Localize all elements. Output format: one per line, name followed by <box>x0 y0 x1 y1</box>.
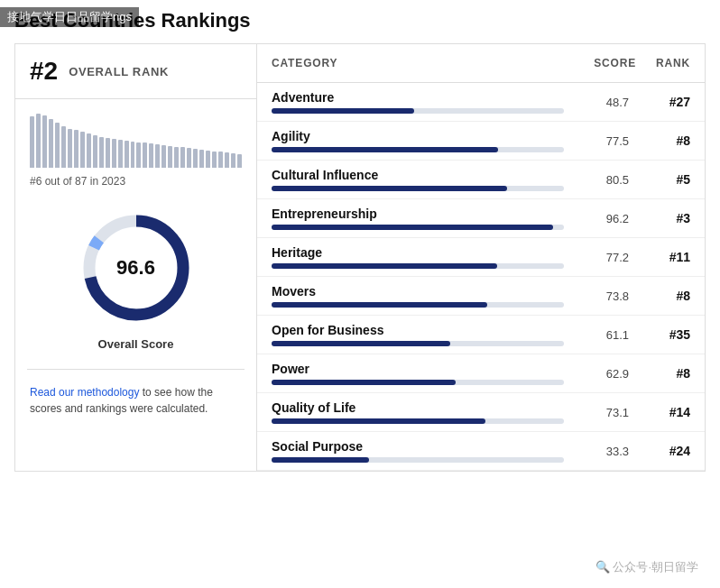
bar-fill <box>272 418 485 424</box>
divider <box>27 369 244 370</box>
category-name: Power <box>272 362 564 376</box>
category-cell: Entrepreneurship <box>272 207 564 230</box>
header-category: CATEGORY <box>272 57 564 69</box>
score-value: 33.3 <box>564 445 636 458</box>
mini-bar-item <box>231 153 235 168</box>
mini-bar-item <box>225 152 229 168</box>
bar-fill <box>272 341 450 346</box>
mini-bar-item <box>149 143 153 168</box>
mini-bar-item <box>36 114 41 168</box>
mini-bar-item <box>30 116 34 168</box>
mini-bar-item <box>218 152 223 168</box>
category-cell: Movers <box>272 284 564 308</box>
table-row: Entrepreneurship96.2#3 <box>257 199 705 238</box>
mini-bar-item <box>187 148 191 168</box>
category-name: Cultural Influence <box>272 168 564 182</box>
mini-bar-item <box>155 144 160 168</box>
mini-bar-item <box>74 130 78 168</box>
rank-value: #5 <box>636 172 690 187</box>
rank-value: #3 <box>636 211 690 225</box>
bar-track <box>272 263 564 269</box>
table-row: Power62.9#8 <box>257 354 705 393</box>
mini-bar-item <box>162 145 166 168</box>
methodology-text: Read our methodology to see how the scor… <box>15 377 256 417</box>
left-panel: #2 OVERALL RANK #6 out of 87 in 2023 96.… <box>15 44 257 471</box>
category-name: Agility <box>272 129 564 143</box>
bar-fill <box>272 186 507 191</box>
category-rows: Adventure48.7#27Agility77.5#8Cultural In… <box>257 83 705 471</box>
watermark-icon: 🔍 <box>595 560 610 574</box>
rank-header: #2 OVERALL RANK <box>15 44 256 99</box>
header-rank: RANK <box>636 57 690 69</box>
watermark-text: 公众号·朝日留学 <box>613 560 698 574</box>
mini-bar-item <box>180 147 185 168</box>
category-name: Adventure <box>272 90 564 105</box>
mini-bar-item <box>118 140 123 168</box>
mini-bar-item <box>131 142 135 168</box>
category-name: Quality of Life <box>272 400 564 415</box>
bar-track <box>272 225 564 230</box>
donut-center-value: 96.6 <box>116 256 155 280</box>
category-cell: Adventure <box>272 90 564 114</box>
mini-bar-item <box>168 146 172 168</box>
score-value: 73.1 <box>564 406 636 419</box>
score-value: 62.9 <box>564 367 636 381</box>
table-row: Social Purpose33.3#24 <box>257 432 705 471</box>
bar-track <box>272 147 564 152</box>
mini-bar-item <box>212 152 217 168</box>
mini-bar-item <box>42 115 47 168</box>
category-cell: Cultural Influence <box>272 168 564 191</box>
mini-bar-item <box>99 137 104 168</box>
mini-bar-item <box>193 149 198 168</box>
category-cell: Heritage <box>272 245 564 269</box>
category-cell: Power <box>272 362 564 385</box>
score-value: 48.7 <box>564 96 636 109</box>
mini-bar-item <box>136 142 141 168</box>
bar-fill <box>272 380 456 385</box>
table-row: Quality of Life73.1#14 <box>257 393 705 432</box>
rank-value: #11 <box>636 250 690 264</box>
mini-bar-item <box>237 154 242 168</box>
mini-bar-item <box>174 147 179 168</box>
rank-sub: #6 out of 87 in 2023 <box>15 171 256 198</box>
mini-bar-item <box>93 135 97 168</box>
mini-bar-item <box>61 126 66 168</box>
bar-fill <box>272 457 369 463</box>
header-score: SCORE <box>564 57 636 69</box>
mini-bar-item <box>199 150 204 168</box>
methodology-link[interactable]: Read our methodology <box>30 386 139 399</box>
mini-bar-item <box>206 151 210 168</box>
rank-value: #8 <box>636 366 690 381</box>
bar-track <box>272 418 564 424</box>
mini-bar-item <box>143 142 147 168</box>
bar-fill <box>272 302 487 308</box>
bar-track <box>272 302 564 308</box>
mini-bar-item <box>80 132 85 168</box>
mini-bar-item <box>68 129 72 168</box>
rank-value: #8 <box>636 289 690 303</box>
mini-bar-item <box>106 138 110 168</box>
overall-score-label: Overall Score <box>98 337 174 351</box>
bar-track <box>272 457 564 463</box>
rank-value: #8 <box>636 133 690 148</box>
category-name: Movers <box>272 284 564 299</box>
category-cell: Social Purpose <box>272 439 564 463</box>
bar-track <box>272 380 564 385</box>
rank-value: #27 <box>636 95 690 109</box>
watermark: 🔍 公众号·朝日留学 <box>595 559 698 575</box>
rank-number: #2 <box>30 57 58 86</box>
table-row: Cultural Influence80.5#5 <box>257 161 705 199</box>
bar-track <box>272 108 564 114</box>
rank-value: #24 <box>636 444 690 458</box>
score-value: 77.2 <box>564 251 636 264</box>
mini-bar-item <box>87 133 91 168</box>
category-cell: Open for Business <box>272 323 564 346</box>
table-row: Open for Business61.1#35 <box>257 316 705 354</box>
right-panel: CATEGORY SCORE RANK Adventure48.7#27Agil… <box>257 44 705 471</box>
bar-fill <box>272 108 414 114</box>
mini-bar-item <box>49 119 53 168</box>
mini-bar-item <box>125 141 129 168</box>
category-name: Heritage <box>272 245 564 260</box>
score-value: 96.2 <box>564 212 636 225</box>
main-content: #2 OVERALL RANK #6 out of 87 in 2023 96.… <box>14 43 706 472</box>
